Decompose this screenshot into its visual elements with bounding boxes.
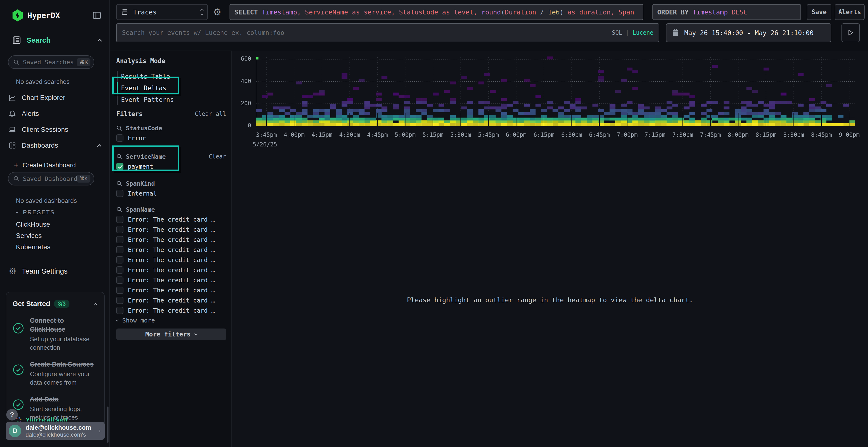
chevron-up-icon[interactable] [97,39,102,43]
filter-option-label: Error: The credit card … [128,287,215,294]
sidebar-item-alerts[interactable]: Alerts [8,108,102,119]
saved-searches-input[interactable]: Saved Searches ⌘K [8,56,94,69]
sql-token: Timestamp [262,8,297,16]
preset-clickhouse[interactable]: ClickHouse [16,220,50,228]
duration-heatmap[interactable] [232,50,868,154]
checkbox-unchecked[interactable] [116,236,123,243]
lang-lucene-toggle[interactable]: Lucene [632,29,653,36]
checkbox-unchecked[interactable] [116,134,123,142]
sidebar-item-team-settings[interactable]: ⚙ Team Settings [9,265,67,277]
create-dashboard-button[interactable]: + Create Dashboard [14,160,76,171]
sql-token: ORDER BY [657,8,692,16]
preset-services[interactable]: Services [16,232,42,240]
filter-option[interactable]: Error: The credit card … [116,295,226,305]
checkbox-unchecked[interactable] [116,256,123,264]
user-menu[interactable]: D dale@clickhouse.com dale@clickhouse.co… [6,422,105,440]
sidebar-item-chart-explorer[interactable]: Chart Explorer [8,93,102,103]
date-range-value: May 26 15:40:00 - May 26 21:10:00 [684,29,813,37]
check-circle-icon [12,364,24,375]
filter-option[interactable]: Error: The credit card … [116,225,226,235]
sidebar-item-client-sessions[interactable]: Client Sessions [8,124,102,135]
sidebar-item-label: Chart Explorer [22,94,65,102]
sql-select-editor[interactable]: SELECT Timestamp, ServiceName as service… [229,4,643,20]
filter-option-label: Error: The credit card … [128,216,215,223]
filter-option[interactable]: Error: The credit card … [116,305,226,315]
divider [0,49,110,50]
filter-option[interactable]: Internal [116,188,226,199]
sidebar-collapse-icon[interactable] [92,10,102,20]
checkbox-unchecked[interactable] [116,246,123,253]
more-filters-label: More filters [145,331,191,338]
show-more-button[interactable]: Show more [116,317,155,324]
event-search-input[interactable]: Search your events w/ Lucene ex. column:… [116,23,659,42]
checkbox-unchecked[interactable] [116,307,123,314]
more-filters-button[interactable]: More filters [116,329,226,340]
filter-option[interactable]: Error: The credit card … [116,255,226,265]
filter-option[interactable]: Error: The credit card … [116,245,226,255]
search-icon [116,180,123,187]
filter-option[interactable]: Error: The credit card … [116,235,226,245]
checkbox-unchecked[interactable] [116,216,123,223]
checkbox-unchecked[interactable] [116,266,123,274]
date-range-picker[interactable]: May 26 15:40:00 - May 26 21:10:00 [666,23,831,42]
analysis-mode-option[interactable]: Event Patterns [111,94,221,105]
select-chevrons-icon [201,9,203,15]
source-select[interactable]: Traces [116,4,208,20]
filter-option-label: Error: The credit card … [128,267,215,274]
source-value: Traces [133,8,201,16]
get-started-header[interactable]: Get Started 3/3 [12,300,98,308]
checkbox-unchecked[interactable] [116,286,123,294]
get-started-step[interactable]: Connect to ClickHouse Set up your databa… [12,316,98,352]
sql-orderby-editor[interactable]: ORDER BY Timestamp DESC [652,4,801,20]
sidebar-item-label: Dashboards [22,142,98,149]
gear-icon[interactable]: ⚙ [213,7,221,18]
user-email: dale@clickhouse.com [26,424,98,431]
calendar-icon [672,29,679,37]
clear-all-button[interactable]: Clear all [195,110,226,117]
help-button[interactable]: ? [6,409,18,420]
check-circle-icon [12,322,24,334]
presets-toggle[interactable]: PRESETS [16,209,55,216]
step-desc: Configure where your data comes from [30,370,98,387]
filter-option-label: Error: The credit card … [128,256,215,264]
filter-option[interactable]: Error: The credit card … [116,265,226,275]
chevron-up-icon[interactable] [97,144,101,148]
sql-token: round [481,8,501,16]
alerts-button[interactable]: Alerts [835,4,865,20]
annotation-box-event-deltas [112,77,179,94]
search-icon [13,176,20,182]
search-nav-icon [12,36,21,45]
get-started-card: Get Started 3/3 Connect to ClickHouse Se… [6,292,105,433]
filter-group-name: StatusCode [126,125,162,132]
step-title: Connect to ClickHouse [30,316,98,334]
filter-option[interactable]: Error: The credit card … [116,214,226,225]
sql-orderby-text: ORDER BY Timestamp DESC [657,8,747,16]
saved-searches-placeholder: Saved Searches [23,59,77,66]
chevron-up-icon[interactable] [94,303,97,306]
chevron-down-icon [194,332,198,335]
checkbox-unchecked[interactable] [116,276,123,284]
filter-option[interactable]: Error: The credit card … [116,275,226,285]
sidebar-item-search[interactable]: Search [12,36,101,45]
team-settings-label: Team Settings [22,267,67,275]
sidebar: HyperDX Search Saved Searches ⌘K No save… [0,0,110,447]
checkbox-unchecked[interactable] [116,226,123,233]
main-content: Please highlight an outlier range in the… [232,50,868,447]
filter-option[interactable]: Error: The credit card … [116,285,226,295]
run-query-button[interactable] [841,23,860,42]
clear-filter-button[interactable]: Clear [209,153,226,160]
checkbox-unchecked[interactable] [116,297,123,304]
search-icon [116,206,123,213]
sidebar-scrollbar[interactable] [107,407,108,443]
step-desc: Set up your database connection [30,335,98,352]
filter-option[interactable]: Error [116,133,226,143]
saved-dashboards-input[interactable]: Saved Dashboards ⌘K [8,172,94,185]
sidebar-item-dashboards[interactable]: Dashboards [8,140,102,151]
preset-kubernetes[interactable]: Kubernetes [16,243,51,251]
step-title: Add Data [30,395,98,404]
lang-sql-toggle[interactable]: SQL [612,29,622,36]
save-button[interactable]: Save [807,4,831,20]
bell-icon [8,110,17,118]
checkbox-unchecked[interactable] [116,190,123,197]
get-started-step[interactable]: Create Data Sources Configure where your… [12,360,98,387]
